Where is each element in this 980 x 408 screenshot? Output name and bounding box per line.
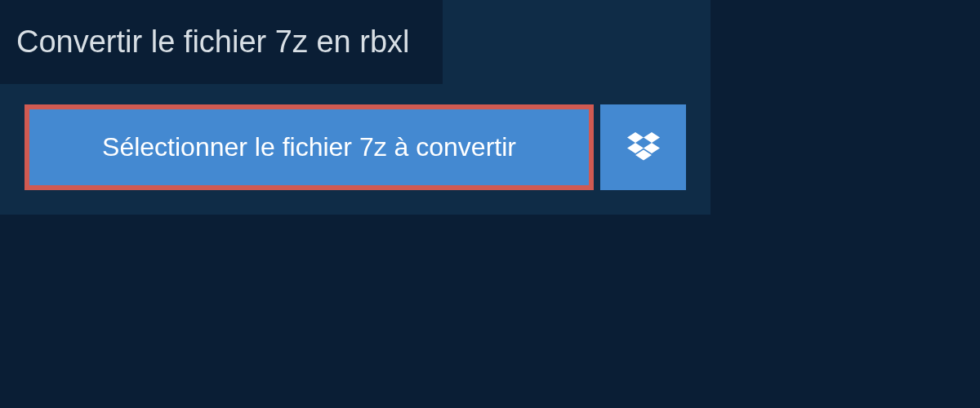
converter-panel: Convertir le fichier 7z en rbxl Sélectio… (0, 0, 710, 215)
page-title: Convertir le fichier 7z en rbxl (0, 0, 443, 84)
dropbox-button[interactable] (600, 104, 686, 190)
dropbox-icon (627, 132, 660, 163)
select-file-button[interactable]: Sélectionner le fichier 7z à convertir (24, 104, 594, 190)
action-row: Sélectionner le fichier 7z à convertir (0, 84, 710, 190)
